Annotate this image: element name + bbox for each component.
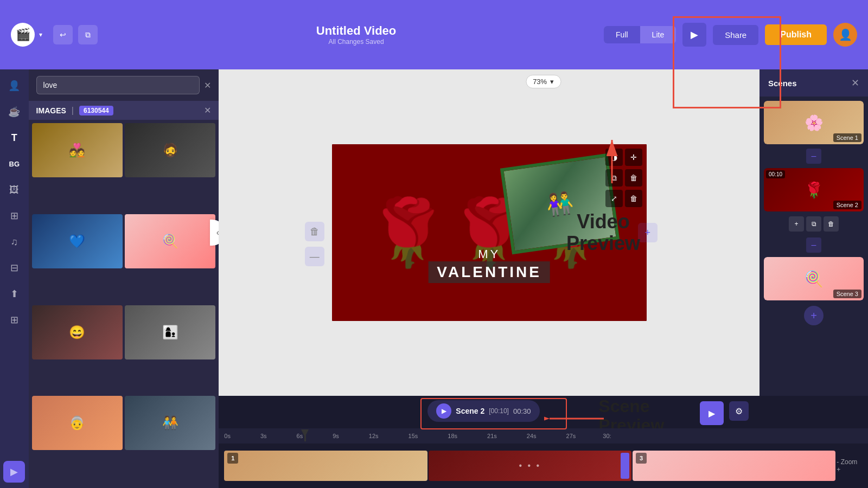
undo-button[interactable]: ↩ [53, 25, 73, 44]
scene-item-3[interactable]: 🍭 Scene 3 [764, 257, 864, 300]
timeline-icons-row: ▶ ⚙ [700, 401, 749, 425]
image-thumb-4: 🍭 [125, 214, 215, 268]
image-grid: 💑 🧔 💙 🍭 😄 👩‍👦 👵 🧑‍🤝‍🧑 [29, 120, 219, 488]
list-item[interactable]: 💙 [32, 214, 123, 268]
photo-overlay[interactable]: 👫 [500, 153, 619, 254]
image-thumb-1: 💑 [32, 123, 123, 177]
list-item[interactable]: 👵 [32, 396, 123, 450]
video-canvas[interactable]: 🌹🌹🌹 MY VALENTINE 👫 [332, 144, 647, 321]
publish-button[interactable]: Publish [765, 24, 827, 45]
user-avatar[interactable]: 👤 [833, 23, 857, 47]
delete-canvas-tool[interactable]: 🗑 [625, 169, 642, 187]
canvas-side-controls: + [638, 223, 658, 242]
left-sidebar: 👤 ☕ T BG 🖼 ⊞ ♫ ⊟ ⬆ ⊞ ▶ [0, 69, 29, 488]
segment-2-dots: • • • [519, 461, 541, 471]
sidebar-icon-coffee[interactable]: ☕ [3, 101, 25, 123]
scene-2-duration: 00:10 [766, 170, 785, 178]
move-tool[interactable]: ⤢ [605, 190, 623, 207]
video-canvas-area: 🌹🌹🌹 MY VALENTINE 👫 [219, 69, 760, 396]
scene-item-1[interactable]: 🌸 Scene 1 [764, 101, 864, 144]
search-input[interactable] [36, 76, 200, 94]
timeline-segment-1[interactable]: 1 [224, 451, 427, 481]
scene-minus-2[interactable]: – [806, 237, 821, 253]
header-right: Full Lite ▶ Share Publish 👤 [604, 23, 857, 47]
image-thumb-6: 👩‍👦 [125, 305, 215, 359]
timeline-play-icon[interactable]: ▶ [436, 403, 451, 419]
valentine-big-text: VALENTINE [428, 261, 550, 283]
timeline: ▶ Scene 2 [00:10] 00:30 ▶ ⚙ ScenePreview [219, 396, 868, 488]
timeline-segment-3[interactable]: 3 [633, 451, 835, 481]
add-scene-right[interactable]: + [638, 223, 658, 242]
add-scene-button[interactable]: + [804, 306, 824, 325]
list-item[interactable]: 💑 [32, 123, 123, 177]
scene-2-copy[interactable]: ⧉ [806, 216, 821, 232]
timeline-segment-2[interactable]: • • • [429, 451, 631, 481]
sidebar-icon-bg[interactable]: BG [3, 153, 25, 175]
image-thumb-2: 🧔 [125, 123, 215, 177]
sidebar-icon-upload[interactable]: ⬆ [3, 283, 25, 305]
mode-toggle: Full Lite [604, 26, 676, 43]
search-clear-icon[interactable]: ✕ [204, 80, 211, 91]
zoom-label[interactable]: - Zoom + [837, 458, 863, 473]
list-item[interactable]: 👩‍👦 [125, 305, 215, 359]
list-item[interactable]: 🧔 [125, 123, 215, 177]
scene-minus-1[interactable]: – [806, 149, 821, 164]
timeline-ruler: 0s 3s 6s 9s 12s 15s 18s 21s 24s 27s 30: [219, 428, 868, 444]
list-item[interactable]: 😄 [32, 305, 123, 359]
full-mode-button[interactable]: Full [604, 26, 640, 43]
image-thumb-8: 🧑‍🤝‍🧑 [125, 396, 215, 450]
scenes-panel: Scenes ✕ 🌸 Scene 1 – 🌹 Scene 2 00:10 [760, 69, 868, 396]
ruler-mark-24s: 24s [527, 433, 537, 439]
sidebar-icon-image[interactable]: 🖼 [3, 179, 25, 201]
sidebar-icon-music[interactable]: ♫ [3, 231, 25, 253]
scenes-header: Scenes ✕ [760, 69, 868, 97]
share-button[interactable]: Share [713, 25, 758, 45]
crosshair-tool[interactable]: ✛ [625, 149, 642, 166]
video-preview-area: ‹ 73% ▾ 🌹🌹🌹 [219, 69, 868, 396]
contrast-tool[interactable]: ◑ [605, 149, 623, 166]
lite-mode-button[interactable]: Lite [640, 26, 676, 43]
logo[interactable]: 🎬 [11, 23, 35, 47]
ruler-mark-18s: 18s [448, 433, 457, 439]
sidebar-icon-text[interactable]: T [3, 127, 25, 149]
trash-tool[interactable]: 🗑 [625, 190, 642, 207]
zoom-chevron-icon: ▾ [550, 78, 554, 86]
logo-chevron[interactable]: ▾ [39, 31, 42, 38]
sidebar-icon-layers[interactable]: ⊟ [3, 257, 25, 279]
canvas-tools: ◑ ✛ ⧉ 🗑 ⤢ 🗑 [605, 149, 642, 207]
timeline-settings-icon[interactable]: ⚙ [729, 401, 749, 421]
sidebar-icon-grid[interactable]: ⊞ [3, 309, 25, 331]
scene-2-delete[interactable]: 🗑 [824, 216, 839, 232]
timeline-time-bracket: [00:10] [489, 407, 509, 415]
main-layout: 👤 ☕ T BG 🖼 ⊞ ♫ ⊟ ⬆ ⊞ ▶ ✕ IMAGES | 613054… [0, 69, 868, 488]
ruler-mark-30s: 30: [603, 433, 611, 439]
sidebar-icon-user[interactable]: 👤 [3, 75, 25, 97]
copy-button[interactable]: ⧉ [78, 25, 98, 44]
images-label: IMAGES [36, 106, 66, 115]
list-item[interactable]: 🍭 [125, 214, 215, 268]
sidebar-bottom: ▶ [3, 461, 25, 483]
zoom-level: 73% [533, 78, 547, 86]
header: 🎬 ▾ ↩ ⧉ Untitled Video All Changes Saved… [0, 0, 868, 69]
ruler-container: 0s 3s 6s 9s 12s 15s 18s 21s 24s 27s 30: [224, 433, 863, 439]
ruler-mark-15s: 15s [409, 433, 418, 439]
timeline-time-current: 00:30 [513, 407, 531, 415]
timeline-video-icon[interactable]: ▶ [700, 401, 724, 425]
list-item[interactable]: 🧑‍🤝‍🧑 [125, 396, 215, 450]
segment-1-number: 1 [227, 453, 238, 464]
playhead-triangle [301, 429, 309, 437]
canvas-wrapper: 🌹🌹🌹 MY VALENTINE 👫 [332, 144, 647, 321]
scene-item-2[interactable]: 🌹 Scene 2 00:10 [764, 168, 864, 211]
layer-tool[interactable]: ⧉ [605, 169, 623, 187]
sidebar-icon-table[interactable]: ⊞ [3, 205, 25, 227]
minus-scene-left[interactable]: — [305, 247, 324, 266]
timeline-scene-player[interactable]: ▶ Scene 2 [00:10] 00:30 [427, 400, 539, 422]
images-close-icon[interactable]: ✕ [204, 105, 211, 115]
scene-2-add[interactable]: + [789, 216, 804, 232]
preview-play-button[interactable]: ▶ [682, 23, 706, 47]
scenes-close-icon[interactable]: ✕ [851, 77, 859, 89]
delete-scene-left[interactable]: 🗑 [305, 222, 324, 241]
sidebar-icon-media[interactable]: ▶ [3, 461, 25, 483]
zoom-badge[interactable]: 73% ▾ [526, 75, 561, 88]
timeline-track: 1 • • • 3 - Zoom + [219, 444, 868, 488]
